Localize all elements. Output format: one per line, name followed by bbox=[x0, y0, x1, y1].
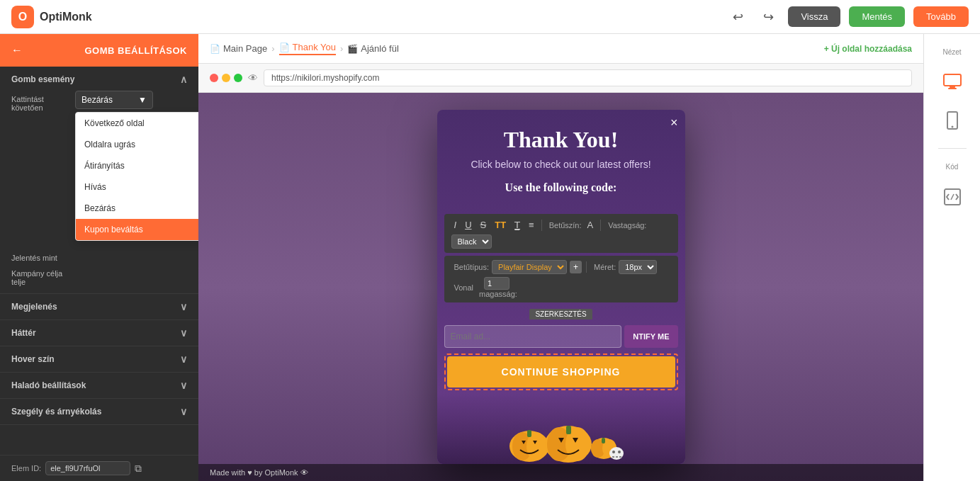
breadcrumb-main-page[interactable]: 📄 Main Page bbox=[210, 43, 267, 54]
a-icon-button[interactable]: A bbox=[585, 218, 597, 232]
vissza-button[interactable]: Vissza bbox=[788, 6, 840, 27]
szegely-section: Szegély és árnyékolás ∨ bbox=[0, 399, 198, 425]
hover-section: Hover szín ∨ bbox=[0, 346, 198, 373]
betuszin-label: Betűszín: bbox=[549, 221, 582, 230]
add-font-button[interactable]: + bbox=[570, 261, 582, 273]
gomb-esemeny-section: Gomb esemény ∧ Kattintást követően Bezár… bbox=[0, 67, 198, 294]
megjelenes-section: Megjelenés ∨ bbox=[0, 294, 198, 320]
vastagság-select[interactable]: Black bbox=[451, 234, 492, 249]
halado-chevron: ∨ bbox=[180, 380, 187, 391]
logo-icon: O bbox=[11, 6, 34, 28]
jelentes-row: Jelentés mint bbox=[11, 254, 187, 262]
rp-nezet-label: Nézet bbox=[930, 43, 975, 62]
underline-button[interactable]: U bbox=[462, 218, 474, 232]
font-color-button[interactable]: TT bbox=[492, 218, 509, 232]
halado-title[interactable]: Haladó beállítások ∨ bbox=[11, 380, 187, 391]
sidebar-title: GOMB BEÁLLÍTÁSOK bbox=[85, 45, 188, 56]
hover-title[interactable]: Hover szín ∨ bbox=[11, 353, 187, 365]
svg-point-23 bbox=[951, 126, 953, 128]
dropdown-item-bezaras[interactable]: Bezárás bbox=[76, 198, 198, 219]
hover-chevron: ∨ bbox=[180, 353, 187, 365]
breadcrumb-thank-you[interactable]: 📄 Thank You bbox=[279, 42, 336, 55]
vastagság-label: Vastagság: bbox=[608, 221, 646, 230]
traffic-light-green bbox=[234, 74, 242, 82]
megjelenes-chevron: ∨ bbox=[180, 301, 187, 312]
kattintas-row: Kattintást követően Bezárás ▼ Következő … bbox=[11, 91, 187, 112]
topbar: O OptiMonk ↩ ↪ Vissza Mentés Tovább bbox=[0, 0, 980, 34]
logo: O OptiMonk bbox=[11, 6, 92, 28]
logo-text: OptiMonk bbox=[40, 11, 92, 23]
traffic-light-yellow bbox=[222, 74, 230, 82]
breadcrumb: 📄 Main Page › 📄 Thank You › 🎬 Ajánló fül… bbox=[198, 34, 923, 64]
add-page-button[interactable]: + Új oldal hozzáadása bbox=[824, 44, 912, 54]
dropdown-item-kupon[interactable]: Kupon beváltás bbox=[76, 219, 198, 240]
vonal-label: Vonal bbox=[454, 283, 474, 292]
italic-button[interactable]: I bbox=[451, 218, 460, 232]
url-bar: 👁 bbox=[198, 64, 923, 93]
gomb-esemeny-title[interactable]: Gomb esemény ∧ bbox=[11, 74, 187, 85]
align-button[interactable]: ≡ bbox=[526, 218, 537, 232]
text-toolbar: I U S TT T̲ ≡ Betűszín: A Vastagság: Bla… bbox=[444, 214, 678, 253]
jelentes-label: Jelentés mint bbox=[11, 254, 75, 262]
breadcrumb-ajanlofull[interactable]: 🎬 Ajánló fül bbox=[347, 43, 398, 54]
dropdown-item-hivas[interactable]: Hívás bbox=[76, 176, 198, 198]
modal-content: Thank You! Click below to check out our … bbox=[437, 110, 685, 214]
kattintas-dropdown[interactable]: Bezárás ▼ bbox=[75, 91, 153, 109]
copy-icon[interactable]: ⧉ bbox=[135, 463, 142, 475]
pumpkin-illustration bbox=[437, 393, 685, 464]
mobile-icon bbox=[947, 111, 958, 134]
svg-point-18 bbox=[618, 451, 621, 453]
notify-button[interactable]: NTIFY ME bbox=[624, 325, 677, 348]
rp-desktop-button[interactable] bbox=[930, 67, 975, 100]
svg-rect-21 bbox=[948, 88, 957, 89]
toolbar-actions: ↩ ↪ Vissza Mentés Tovább bbox=[727, 6, 969, 28]
toolbar-sep3 bbox=[586, 261, 587, 273]
pumpkin-svg bbox=[490, 407, 632, 464]
bottom-bar: Made with ♥ by OptiMonk 👁 bbox=[198, 464, 923, 481]
breadcrumb-nav: 📄 Main Page › 📄 Thank You › 🎬 Ajánló fül bbox=[210, 42, 399, 55]
svg-rect-19 bbox=[944, 74, 961, 86]
undo-button[interactable]: ↩ bbox=[727, 6, 749, 28]
rp-mobile-button[interactable] bbox=[930, 106, 975, 140]
url-input[interactable] bbox=[264, 69, 912, 86]
traffic-light-red bbox=[210, 74, 218, 82]
modal-close-button[interactable]: × bbox=[670, 115, 678, 130]
bg-color-button[interactable]: T̲ bbox=[512, 218, 523, 232]
dropdown-item-oldalra[interactable]: Oldalra ugrás bbox=[76, 134, 198, 155]
rp-divider bbox=[938, 148, 967, 149]
continue-shopping-button[interactable]: CONTINUE SHOPPING bbox=[447, 356, 675, 387]
page-icon-2: 📄 bbox=[279, 43, 290, 52]
meret-select[interactable]: 18px bbox=[619, 260, 657, 274]
svg-rect-3 bbox=[527, 430, 531, 437]
sidebar-back-button[interactable]: ← bbox=[11, 44, 23, 57]
tovabb-button[interactable]: Tovább bbox=[913, 6, 969, 27]
betutipus-label: Betűtípus: bbox=[454, 263, 490, 271]
canvas: × Thank You! Click below to check out ou… bbox=[198, 93, 923, 481]
szerkesztes-badge: SZERKESZTÉS bbox=[529, 309, 592, 319]
breadcrumb-sep1: › bbox=[271, 43, 274, 54]
mentes-button[interactable]: Mentés bbox=[849, 6, 905, 27]
hatter-title[interactable]: Háttér ∨ bbox=[11, 327, 187, 339]
code-icon bbox=[943, 188, 962, 210]
vonal-input[interactable] bbox=[484, 277, 509, 290]
betutipus-select[interactable]: Playfair Display bbox=[492, 260, 567, 274]
svg-line-25 bbox=[951, 194, 954, 200]
kampany-label: Kampány célja telje bbox=[11, 269, 75, 286]
rp-code-button[interactable] bbox=[930, 182, 975, 216]
redo-button[interactable]: ↪ bbox=[757, 6, 779, 28]
megjelenes-title[interactable]: Megjelenés ∨ bbox=[11, 301, 187, 312]
eye-icon[interactable]: 👁 bbox=[248, 72, 258, 84]
elem-id-input[interactable] bbox=[45, 461, 130, 475]
sidebar-header: ← GOMB BEÁLLÍTÁSOK bbox=[0, 34, 198, 67]
main-layout: ← GOMB BEÁLLÍTÁSOK Gomb esemény ∧ Kattin… bbox=[0, 34, 980, 481]
dropdown-item-atiranyitas[interactable]: Átirányítás bbox=[76, 155, 198, 176]
hatter-section: Háttér ∨ bbox=[0, 320, 198, 346]
email-input[interactable] bbox=[444, 325, 622, 348]
dropdown-item-kovetkezo[interactable]: Következő oldal bbox=[76, 113, 198, 134]
svg-rect-9 bbox=[566, 426, 571, 434]
toolbar-sep2 bbox=[600, 220, 601, 231]
strikethrough-button[interactable]: S bbox=[478, 218, 490, 232]
kattintas-dropdown-menu: Következő oldal Oldalra ugrás Átirányítá… bbox=[75, 112, 198, 241]
szegely-chevron: ∨ bbox=[180, 406, 187, 417]
szegely-title[interactable]: Szegély és árnyékolás ∨ bbox=[11, 406, 187, 417]
